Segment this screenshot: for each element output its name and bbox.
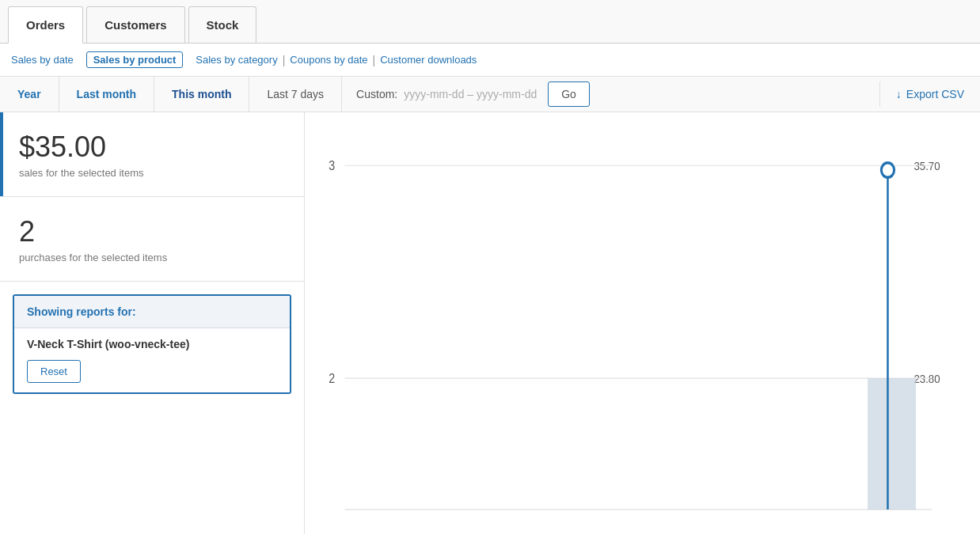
sep-2: [188, 54, 191, 66]
sales-label: sales for the selected items: [19, 167, 285, 179]
tab-stock[interactable]: Stock: [188, 6, 257, 43]
sep-3: |: [283, 54, 286, 66]
custom-range: Custom: yyyy-mm-dd – yyyy-mm-dd Go: [342, 81, 880, 107]
subnav-sales-by-product[interactable]: Sales by product: [86, 51, 184, 68]
top-tabs: Orders Customers Stock: [0, 0, 980, 44]
subnav-customer-downloads[interactable]: Customer downloads: [380, 54, 477, 66]
left-panel: $35.00 sales for the selected items 2 pu…: [0, 112, 305, 534]
chart-area: 3 2 35.70 23.80: [305, 112, 980, 534]
sub-nav: Sales by date Sales by product Sales by …: [0, 44, 980, 77]
y-label-3: 3: [329, 158, 335, 172]
period-last-month[interactable]: Last month: [59, 77, 154, 112]
custom-placeholder: yyyy-mm-dd – yyyy-mm-dd: [404, 88, 537, 100]
sales-value: $35.00: [19, 130, 285, 164]
sep-1: [78, 54, 82, 66]
export-csv-button[interactable]: ↓ Export CSV: [880, 77, 980, 112]
purchases-label: purchases for the selected items: [19, 252, 285, 263]
chart-dot: [881, 163, 894, 177]
sep-4: |: [373, 54, 376, 66]
reset-button[interactable]: Reset: [27, 360, 81, 383]
y-label-2: 2: [329, 371, 335, 385]
chart-bar: [868, 378, 916, 509]
reports-box-title: Showing reports for:: [27, 305, 277, 318]
purchases-value: 2: [19, 214, 285, 248]
download-icon: ↓: [896, 88, 902, 100]
tab-orders[interactable]: Orders: [8, 6, 83, 44]
sales-stat-block: $35.00 sales for the selected items: [0, 112, 304, 197]
reports-box-header: Showing reports for:: [14, 296, 290, 328]
subnav-coupons-by-date[interactable]: Coupons by date: [290, 54, 367, 66]
go-button[interactable]: Go: [548, 81, 590, 107]
reports-product-name: V-Neck T-Shirt (woo-vneck-tee): [27, 338, 277, 350]
period-last-7-days[interactable]: Last 7 days: [249, 77, 342, 112]
main-content: $35.00 sales for the selected items 2 pu…: [0, 112, 980, 534]
reports-box-body: V-Neck T-Shirt (woo-vneck-tee) Reset: [14, 328, 290, 392]
period-year[interactable]: Year: [0, 77, 59, 112]
period-bar: Year Last month This month Last 7 days C…: [0, 77, 980, 112]
subnav-sales-by-category[interactable]: Sales by category: [196, 54, 277, 66]
subnav-sales-by-date[interactable]: Sales by date: [11, 54, 74, 66]
reports-box: Showing reports for: V-Neck T-Shirt (woo…: [13, 294, 291, 394]
purchases-stat-block: 2 purchases for the selected items: [0, 197, 304, 282]
period-this-month[interactable]: This month: [154, 77, 249, 112]
tab-customers[interactable]: Customers: [86, 6, 184, 43]
chart-svg: 3 2 35.70 23.80: [321, 120, 964, 528]
custom-label: Custom:: [356, 88, 397, 100]
